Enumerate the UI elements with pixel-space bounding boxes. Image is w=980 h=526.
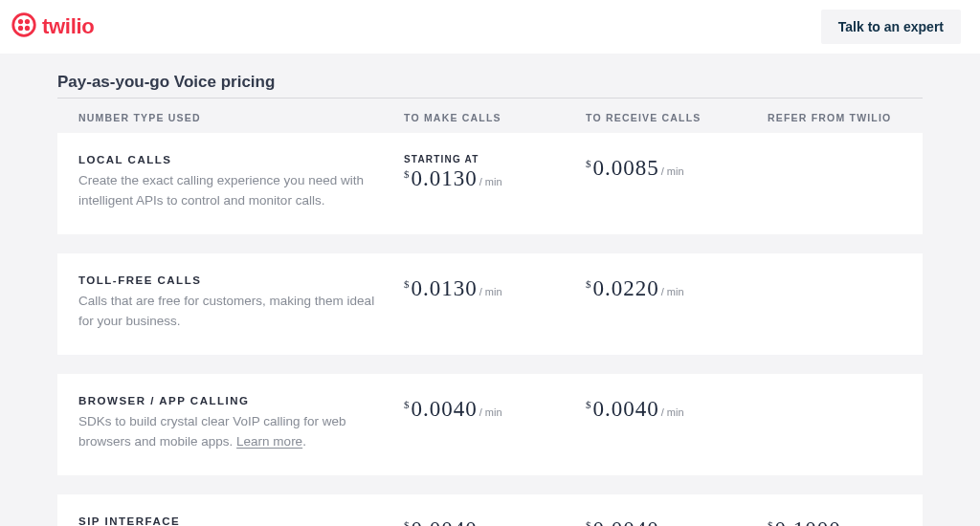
twilio-logo-icon	[11, 12, 36, 41]
row-type-cell: SIP INTERFACEExtend the full power of Tw…	[78, 515, 404, 526]
learn-more-link[interactable]: Learn more	[236, 434, 302, 449]
dollar-sign: $	[404, 399, 411, 410]
price-value: $0.0040/ min	[404, 397, 586, 422]
price-unit: / min	[661, 286, 684, 297]
price-unit: / min	[661, 406, 684, 418]
row-make-cell: $0.0040/ min	[404, 395, 586, 422]
row-receive-cell: $0.0220/ min	[586, 274, 768, 301]
pricing-row: SIP INTERFACEExtend the full power of Tw…	[57, 494, 923, 526]
svg-point-0	[13, 14, 35, 36]
pricing-row: TOLL-FREE CALLSCalls that are free for c…	[57, 253, 923, 355]
row-title: LOCAL CALLS	[78, 154, 404, 165]
row-description: Create the exact calling experience you …	[78, 171, 385, 211]
page-header: twilio Talk to an expert	[0, 0, 980, 54]
dollar-sign: $	[586, 399, 592, 410]
row-make-cell: $0.0130/ min	[404, 274, 586, 301]
row-description: SDKs to build crystal clear VoIP calling…	[78, 412, 385, 452]
brand-logo[interactable]: twilio	[11, 12, 94, 41]
price-unit: / min	[479, 286, 502, 297]
row-make-cell: STARTING AT$0.0130/ min	[404, 154, 586, 191]
row-description: Calls that are free for customers, makin…	[78, 292, 385, 332]
main-content: Pay-as-you-go Voice pricing NUMBER TYPE …	[0, 54, 980, 526]
row-type-cell: BROWSER / APP CALLINGSDKs to build cryst…	[78, 395, 404, 452]
dollar-sign: $	[404, 168, 411, 180]
row-title: SIP INTERFACE	[78, 515, 404, 526]
svg-point-3	[18, 26, 23, 31]
row-type-cell: LOCAL CALLSCreate the exact calling expe…	[78, 154, 404, 211]
row-type-cell: TOLL-FREE CALLSCalls that are free for c…	[78, 274, 404, 332]
price-value: $0.0085/ min	[586, 156, 768, 181]
dollar-sign: $	[404, 519, 411, 526]
svg-point-2	[25, 19, 30, 24]
price-value: $0.0040/ min	[404, 517, 586, 526]
svg-point-4	[25, 26, 30, 31]
dollar-sign: $	[586, 158, 592, 169]
row-receive-cell: $0.0085/ min	[586, 154, 768, 181]
talk-to-expert-button[interactable]: Talk to an expert	[821, 10, 961, 44]
col-header-type: NUMBER TYPE USED	[78, 112, 404, 123]
row-make-cell: $0.0040/ min	[404, 515, 586, 526]
price-unit: / min	[661, 165, 684, 177]
price-unit: / min	[479, 176, 502, 187]
row-title: BROWSER / APP CALLING	[78, 395, 404, 406]
price-value: $0.1000/ refer	[768, 517, 902, 526]
dollar-sign: $	[586, 278, 592, 290]
row-title: TOLL-FREE CALLS	[78, 274, 404, 286]
section-title: Pay-as-you-go Voice pricing	[57, 73, 923, 99]
brand-name: twilio	[42, 14, 94, 39]
price-unit: / min	[479, 406, 502, 418]
pricing-rows: LOCAL CALLSCreate the exact calling expe…	[57, 133, 923, 526]
row-receive-cell: $0.0040/ min	[586, 515, 768, 526]
dollar-sign: $	[404, 278, 411, 290]
pricing-row: LOCAL CALLSCreate the exact calling expe…	[57, 133, 923, 234]
price-value: $0.0040/ min	[586, 397, 768, 422]
row-receive-cell: $0.0040/ min	[586, 395, 768, 422]
price-value: $0.0130/ min	[404, 276, 586, 301]
price-value: $0.0130/ min	[404, 166, 586, 191]
dollar-sign: $	[768, 519, 774, 526]
svg-point-1	[18, 19, 23, 24]
dollar-sign: $	[586, 519, 592, 526]
row-refer-cell: $0.1000/ refer	[768, 515, 902, 526]
col-header-make: TO MAKE CALLS	[404, 112, 586, 123]
col-header-receive: TO RECEIVE CALLS	[586, 112, 768, 123]
price-value: $0.0040/ min	[586, 517, 768, 526]
col-header-refer: REFER FROM TWILIO	[768, 112, 902, 123]
pricing-row: BROWSER / APP CALLINGSDKs to build cryst…	[57, 374, 923, 475]
price-value: $0.0220/ min	[586, 276, 768, 301]
pricing-table-header: NUMBER TYPE USED TO MAKE CALLS TO RECEIV…	[57, 99, 923, 133]
starting-at-label: STARTING AT	[404, 154, 586, 164]
